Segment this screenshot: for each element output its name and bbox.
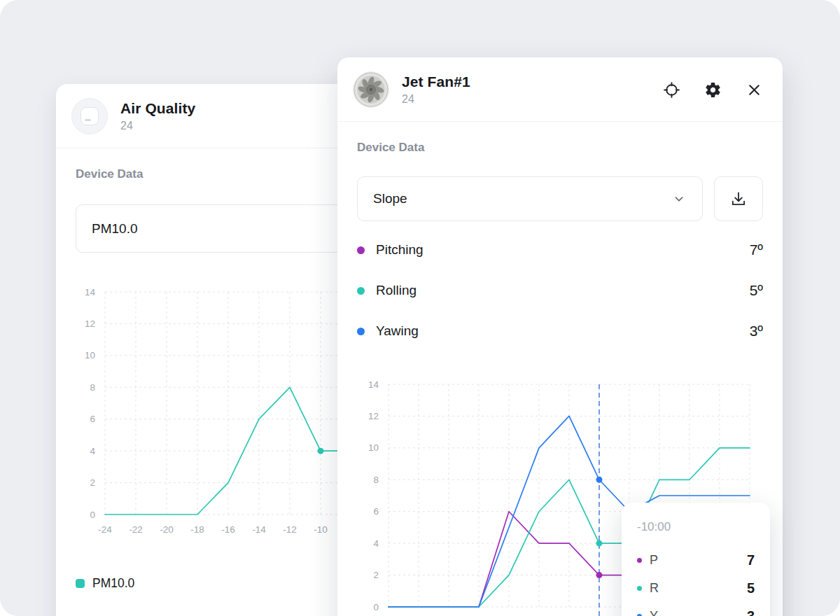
tooltip-row-rolling: R 5 — [637, 574, 755, 602]
pitching-dot-icon — [637, 558, 642, 563]
pm10-legend-label: PM10.0 — [92, 576, 134, 591]
yawing-dot-icon — [357, 328, 365, 335]
stat-row-yawing[interactable]: Yawing 3º — [357, 311, 763, 351]
tooltip-pitching-value: 7 — [747, 552, 755, 568]
svg-text:-12: -12 — [283, 524, 297, 535]
svg-text:-20: -20 — [160, 524, 174, 535]
svg-text:12: 12 — [368, 411, 379, 421]
gear-icon — [704, 81, 722, 99]
tooltip-timestamp: -10:00 — [637, 519, 755, 535]
tooltip-pitching-label: P — [650, 553, 658, 568]
svg-text:2: 2 — [90, 477, 95, 488]
svg-text:4: 4 — [90, 446, 95, 456]
svg-text:-16: -16 — [221, 524, 235, 535]
stat-row-rolling[interactable]: Rolling 5º — [357, 270, 763, 311]
svg-text:4: 4 — [373, 538, 379, 549]
close-button[interactable] — [745, 80, 763, 99]
slope-stat-list: Pitching 7º Rolling 5º Yawing 3º — [357, 230, 763, 351]
pitching-dot-icon — [357, 246, 365, 254]
chart-tooltip: -10:00 P 7 R 5 Y 3 — [622, 503, 770, 616]
rolling-dot-icon — [637, 586, 642, 591]
slope-select-value: Slope — [373, 191, 407, 206]
tooltip-row-pitching: P 7 — [637, 546, 755, 574]
slope-select[interactable]: Slope — [357, 176, 703, 221]
rolling-label: Rolling — [376, 283, 416, 298]
jet-fan-panel: Jet Fan#1 24 — [337, 57, 783, 616]
settings-button[interactable] — [704, 80, 722, 99]
yawing-dot-icon — [637, 614, 642, 616]
svg-text:8: 8 — [90, 382, 95, 393]
tooltip-row-yawing: Y 3 — [637, 602, 755, 616]
tooltip-yawing-label: Y — [650, 609, 658, 616]
pitching-label: Pitching — [376, 242, 424, 258]
svg-text:-24: -24 — [98, 524, 112, 535]
pm10-legend-item[interactable]: PM10.0 — [76, 576, 372, 591]
air-quality-title: Air Quality — [120, 99, 195, 118]
metric-select[interactable]: PM10.0 — [76, 204, 372, 253]
svg-text:2: 2 — [373, 570, 379, 580]
metric-select-value: PM10.0 — [92, 221, 137, 237]
svg-text:10: 10 — [85, 350, 95, 360]
stat-row-pitching[interactable]: Pitching 7º — [357, 230, 763, 270]
tooltip-yawing-value: 3 — [747, 608, 755, 616]
svg-text:6: 6 — [90, 414, 95, 424]
device-data-label: Device Data — [357, 140, 763, 155]
svg-text:-22: -22 — [129, 524, 143, 535]
svg-text:14: 14 — [368, 379, 379, 390]
jet-fan-subtitle: 24 — [402, 92, 470, 107]
yawing-label: Yawing — [376, 323, 419, 339]
svg-text:6: 6 — [373, 506, 379, 517]
svg-text:-14: -14 — [252, 524, 266, 535]
locate-button[interactable] — [662, 80, 680, 99]
air-sensor-icon — [80, 107, 99, 125]
dashboard-background: Air Quality 24 Device Data PM10.0 -24-22… — [0, 0, 840, 616]
jet-fan-photo-icon — [354, 71, 388, 108]
pm10-legend-swatch-icon — [76, 579, 85, 588]
air-quality-subtitle: 24 — [120, 118, 195, 134]
air-quality-avatar — [71, 98, 108, 134]
jet-fan-title: Jet Fan#1 — [402, 73, 470, 91]
svg-text:12: 12 — [85, 318, 95, 329]
yawing-value: 3º — [750, 323, 763, 340]
svg-text:14: 14 — [85, 287, 96, 298]
tooltip-rolling-value: 5 — [747, 580, 755, 596]
close-icon — [746, 81, 763, 99]
rolling-value: 5º — [750, 282, 763, 299]
svg-text:-10: -10 — [314, 524, 328, 535]
svg-text:10: 10 — [368, 442, 379, 453]
jet-fan-avatar — [353, 71, 389, 108]
tooltip-rolling-label: R — [650, 581, 659, 596]
jet-fan-panel-header: Jet Fan#1 24 — [337, 57, 783, 122]
locate-icon — [663, 81, 680, 99]
svg-text:0: 0 — [373, 602, 379, 612]
svg-text:0: 0 — [90, 510, 95, 520]
download-button[interactable] — [714, 176, 763, 221]
pitching-value: 7º — [750, 241, 763, 258]
svg-text:8: 8 — [373, 475, 379, 485]
device-data-label: Device Data — [76, 167, 372, 182]
download-icon — [729, 190, 748, 208]
svg-text:-18: -18 — [190, 524, 204, 535]
rolling-dot-icon — [357, 287, 365, 295]
chevron-down-icon — [671, 191, 687, 206]
